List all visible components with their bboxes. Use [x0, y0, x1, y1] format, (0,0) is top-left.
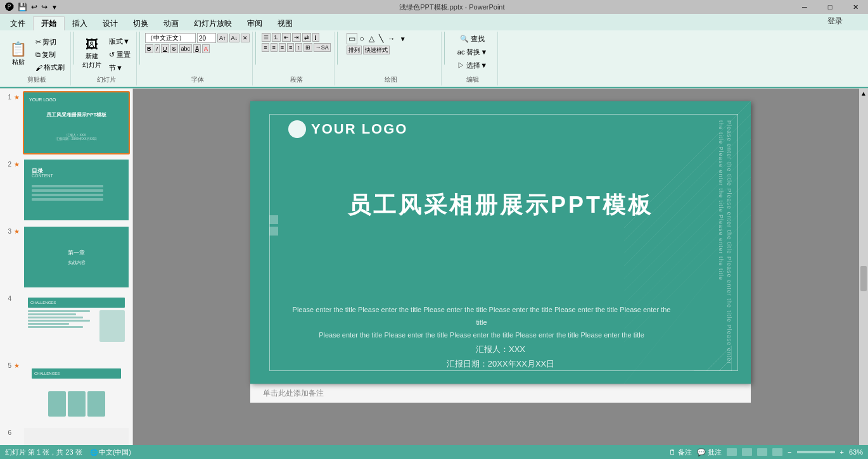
tab-home[interactable]: 开始 [33, 16, 65, 30]
clear-format-button[interactable]: ✕ [241, 34, 250, 42]
font-name-row: A↑ A↓ ✕ [145, 33, 250, 43]
text-shadow-button[interactable]: abc [179, 44, 193, 53]
align-justify-button[interactable]: ≡ [287, 43, 294, 52]
arrange-button[interactable]: 排列 [347, 46, 362, 54]
language-label: 中文(中国) [99, 448, 131, 457]
slide-number-3: 3 [3, 225, 11, 235]
copy-button[interactable]: ⧉复制 [32, 49, 68, 61]
slide-thumb-1[interactable]: YOUR LOGO 员工风采相册展示PPT模板 汇报人：XXX汇报日期：20XX… [23, 91, 130, 154]
tab-review[interactable]: 审阅 [239, 16, 270, 30]
font-name-input[interactable] [145, 33, 196, 43]
strikethrough-button[interactable]: S [170, 44, 178, 53]
notes-icon-status[interactable]: 🗒 备注 [669, 448, 692, 457]
text-direction-button[interactable]: ⊞ [303, 43, 312, 52]
slide-thumb-2[interactable]: 目录 CONTENT [23, 158, 130, 222]
close-button[interactable]: ✕ [843, 1, 868, 13]
slide-item-3[interactable]: 3 ★ 第一章 实战内容 [3, 225, 130, 289]
zoom-slider[interactable] [797, 451, 835, 453]
shape-more[interactable]: ▼ [398, 34, 408, 44]
section-button[interactable]: 节▼ [106, 62, 134, 74]
replace-button[interactable]: ac 替换▼ [454, 46, 491, 58]
view-reading-icon[interactable] [757, 448, 767, 456]
font-increase-button[interactable]: A↑ [217, 34, 228, 42]
slide1-title: 员工风采相册展示PPT模板 [24, 111, 129, 118]
indent-decrease-button[interactable]: ⇤ [282, 33, 291, 42]
slide-reporter[interactable]: 汇报人：XXX 汇报日期：20XX年XX月XX日 [250, 342, 751, 372]
align-center-button[interactable]: ≡ [271, 43, 278, 52]
tab-design[interactable]: 设计 [95, 16, 125, 30]
layout-button[interactable]: 版式▼ [106, 35, 134, 47]
font-size-input[interactable] [197, 33, 216, 43]
slide-star-6 [14, 427, 20, 429]
find-button[interactable]: 🔍 查找 [457, 33, 488, 45]
shape-arrow[interactable]: → [386, 33, 397, 44]
font-color-button[interactable]: A [202, 44, 210, 53]
customize-icon[interactable]: ▼ [51, 4, 58, 11]
zoom-out-button[interactable]: − [788, 448, 791, 456]
cut-button[interactable]: ✂剪切 [32, 36, 68, 48]
format-painter-button[interactable]: 🖌格式刷 [32, 61, 68, 73]
paragraph-group: ☰ 1. ⇤ ⇥ ⇄ ⫿ ≡ ≡ ≡ ≡ ↕ ⊞ →SA 段落 [258, 32, 335, 85]
line-spacing-button[interactable]: ↕ [295, 43, 302, 52]
slide-item-1[interactable]: 1 ★ YOUR LOGO 员工风采相册展示PPT模板 汇报人：XXX汇报日期：… [3, 91, 130, 154]
tab-view[interactable]: 视图 [270, 16, 300, 30]
tab-transitions[interactable]: 切换 [125, 16, 156, 30]
slide-item-5[interactable]: 5 ★ CHALLENGES [3, 360, 130, 423]
notes-area[interactable]: 单击此处添加备注 [250, 384, 751, 403]
undo-icon[interactable]: ↩ [31, 3, 37, 11]
drawing-label: 绘图 [385, 75, 397, 84]
slide-main-title[interactable]: 员工风采相册展示PPT模板 [250, 190, 751, 221]
font-decrease-button[interactable]: A↓ [229, 34, 240, 42]
quick-save-icon[interactable]: 💾 [18, 3, 27, 11]
view-sorter-icon[interactable] [742, 448, 752, 456]
paste-button[interactable]: 📋 粘贴 [5, 39, 31, 68]
slide-item-2[interactable]: 2 ★ 目录 CONTENT [3, 158, 130, 222]
slide-thumb-5[interactable]: CHALLENGES [23, 360, 130, 423]
tab-slideshow[interactable]: 幻灯片放映 [186, 16, 239, 30]
align-right-button[interactable]: ≡ [279, 43, 286, 52]
smartart-button[interactable]: →SA [314, 43, 331, 52]
tab-file[interactable]: 文件 [3, 16, 33, 30]
select-button[interactable]: ▷ 选择▼ [454, 60, 490, 72]
shape-rect[interactable]: ▭ [347, 33, 357, 44]
scroll-up-arrow[interactable]: ▲ [860, 90, 867, 97]
rtl-button[interactable]: ⇄ [302, 33, 311, 42]
scroll-thumb[interactable] [860, 266, 867, 291]
view-slideshow-icon[interactable] [772, 448, 782, 456]
quick-styles-button[interactable]: 快速样式 [363, 46, 390, 54]
zoom-in-button[interactable]: + [840, 448, 844, 456]
align-left-button[interactable]: ≡ [262, 43, 269, 52]
win-controls[interactable]: ─ □ ✕ [792, 1, 868, 13]
lang-flag: 🌐 [90, 449, 98, 456]
minimize-button[interactable]: ─ [792, 1, 817, 13]
login-button[interactable]: 登录 [827, 16, 843, 27]
tab-insert[interactable]: 插入 [65, 16, 95, 30]
indent-increase-button[interactable]: ⇥ [292, 33, 301, 42]
bold-button[interactable]: B [145, 44, 153, 53]
shape-line[interactable]: ╲ [377, 33, 385, 44]
redo-icon[interactable]: ↪ [41, 3, 48, 11]
canvas-scrollbar[interactable]: ▲ ▼ [859, 89, 868, 459]
tab-animations[interactable]: 动画 [156, 16, 186, 30]
shape-circle[interactable]: ○ [358, 33, 366, 44]
underline-button[interactable]: U [161, 44, 169, 53]
slide-number-4: 4 [3, 292, 11, 302]
list-button[interactable]: ☰ [262, 33, 271, 42]
slide5-boxes [28, 391, 125, 417]
slide-subtitle[interactable]: Please enter the title Please enter the … [288, 304, 675, 341]
num-list-button[interactable]: 1. [272, 33, 281, 42]
shape-triangle[interactable]: △ [367, 33, 376, 44]
status-bar: 幻灯片 第 1 张，共 23 张 🌐 中文(中国) 🗒 备注 💬 批注 − + … [0, 445, 868, 459]
maximize-button[interactable]: □ [817, 1, 843, 13]
new-slide-button[interactable]: 🖼 新建 幻灯片 [79, 35, 105, 72]
slide1-logo: YOUR LOGO [29, 97, 56, 102]
comments-icon-status[interactable]: 💬 批注 [697, 448, 722, 457]
slide-item-4[interactable]: 4 CHALLENGES [3, 292, 130, 356]
reset-button[interactable]: ↺ 重置 [106, 49, 134, 61]
columns-button[interactable]: ⫿ [312, 33, 319, 42]
char-spacing-button[interactable]: A̲ [193, 44, 201, 53]
slide-thumb-3[interactable]: 第一章 实战内容 [23, 225, 130, 289]
italic-button[interactable]: I [155, 44, 160, 53]
slide-thumb-4[interactable]: CHALLENGES [23, 292, 130, 356]
view-normal-icon[interactable] [727, 448, 737, 456]
